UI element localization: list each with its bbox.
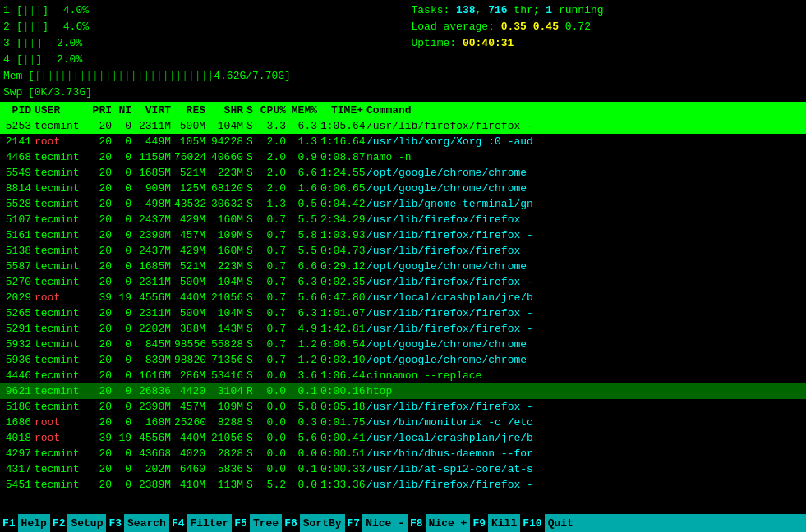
- shr: 160M: [209, 245, 246, 257]
- table-row[interactable]: 2141 root 20 0 449M 105M 94228 S 2.0 1.3…: [0, 134, 806, 149]
- state: S: [246, 260, 258, 273]
- pid: 9621: [3, 385, 35, 397]
- table-row[interactable]: 5451 tecmint 20 0 2389M 410M 113M S 5.2 …: [0, 477, 806, 493]
- header-cpu: CPU%: [258, 104, 289, 117]
- ni: 0: [115, 401, 135, 413]
- table-row[interactable]: 4317 tecmint 20 0 202M 6460 5836 S 0.0 0…: [0, 461, 806, 477]
- ni: 0: [115, 120, 135, 132]
- ni: 0: [115, 260, 135, 273]
- footer-item-nice -[interactable]: F7Nice -: [345, 514, 408, 532]
- footer-item-tree[interactable]: F5Tree: [232, 514, 282, 532]
- command: /usr/bin/dbus-daemon --for: [366, 447, 803, 460]
- table-row[interactable]: 5107 tecmint 20 0 2437M 429M 160M S 0.7 …: [0, 212, 806, 227]
- footer-key: F5: [232, 514, 250, 532]
- cpu: 0.0: [258, 385, 289, 397]
- user: tecmint: [35, 338, 92, 351]
- pid: 5107: [3, 213, 35, 226]
- shr: 94228: [209, 135, 246, 148]
- command: /usr/lib/firefox/firefox: [366, 213, 803, 226]
- footer-item-search[interactable]: F3Search: [106, 514, 168, 532]
- table-row[interactable]: 4468 tecmint 20 0 1159M 76024 40660 S 2.…: [0, 149, 806, 165]
- virt: 202M: [135, 463, 174, 475]
- footer-item-nice +[interactable]: F8Nice +: [408, 514, 470, 532]
- table-row[interactable]: 5528 tecmint 20 0 498M 43532 30632 S 1.3…: [0, 196, 806, 212]
- footer-label: Nice +: [426, 514, 471, 532]
- state: S: [246, 369, 258, 382]
- pid: 8814: [3, 182, 35, 195]
- shr: 5836: [209, 463, 246, 475]
- footer-item-kill[interactable]: F9Kill: [470, 514, 520, 532]
- res: 521M: [174, 260, 209, 273]
- ni: 0: [115, 479, 135, 491]
- footer-item-sortby[interactable]: F6SortBy: [282, 514, 344, 532]
- cpu: 0.7: [258, 323, 289, 335]
- time: 0:02.35: [320, 276, 366, 288]
- ni: 0: [115, 416, 135, 429]
- res: 125M: [174, 182, 209, 195]
- user: tecmint: [35, 401, 92, 413]
- command: /opt/google/chrome/chrome: [366, 338, 803, 351]
- cpu: 0.7: [258, 276, 289, 288]
- table-row[interactable]: 1686 root 20 0 168M 25260 8288 S 0.0 0.3…: [0, 415, 806, 430]
- table-row[interactable]: 5587 tecmint 20 0 1685M 521M 223M S 0.7 …: [0, 259, 806, 274]
- command: htop: [366, 385, 803, 397]
- table-row[interactable]: 5253 tecmint 20 0 2311M 500M 104M S 3.3 …: [0, 118, 806, 134]
- table-row[interactable]: 4297 tecmint 20 0 43668 4020 2828 S 0.0 …: [0, 446, 806, 461]
- virt: 449M: [135, 135, 174, 148]
- pid: 1686: [3, 416, 35, 429]
- pri: 20: [92, 198, 115, 210]
- res: 410M: [174, 479, 209, 491]
- ni: 0: [115, 182, 135, 195]
- state: S: [246, 276, 258, 288]
- user: tecmint: [35, 463, 92, 475]
- footer-item-filter[interactable]: F4Filter: [169, 514, 232, 532]
- table-row[interactable]: 2029 root 39 19 4556M 440M 21056 S 0.7 5…: [0, 290, 806, 305]
- pid: 4468: [3, 151, 35, 163]
- state: S: [246, 432, 258, 444]
- res: 76024: [174, 151, 209, 163]
- virt: 2437M: [135, 245, 174, 257]
- mem: 1.2: [289, 354, 320, 366]
- table-row[interactable]: 5291 tecmint 20 0 2202M 388M 143M S 0.7 …: [0, 321, 806, 337]
- mem: 0.0: [289, 447, 320, 460]
- ni: 19: [115, 291, 135, 304]
- table-row[interactable]: 4018 root 39 19 4556M 440M 21056 S 0.0 5…: [0, 430, 806, 446]
- cpu: 0.0: [258, 463, 289, 475]
- table-row[interactable]: 5932 tecmint 20 0 845M 98556 55828 S 0.7…: [0, 337, 806, 352]
- table-row[interactable]: 5180 tecmint 20 0 2390M 457M 109M S 0.0 …: [0, 399, 806, 415]
- table-row[interactable]: 5936 tecmint 20 0 839M 98820 71356 S 0.7…: [0, 352, 806, 368]
- pri: 20: [92, 182, 115, 195]
- time: 0:04.73: [320, 245, 366, 257]
- ni: 0: [115, 447, 135, 460]
- res: 25260: [174, 416, 209, 429]
- time: 0:00.41: [320, 432, 366, 444]
- cpu: 0.7: [258, 260, 289, 273]
- stats-section: Tasks: 138 , 716 thr; 1 running Load ave…: [395, 2, 804, 100]
- footer-item-help[interactable]: F1Help: [0, 514, 50, 532]
- user: tecmint: [35, 198, 92, 210]
- time: 0:08.87: [320, 151, 366, 163]
- table-row[interactable]: 5161 tecmint 20 0 2390M 457M 109M S 0.7 …: [0, 227, 806, 243]
- mem: 5.6: [289, 291, 320, 304]
- virt: 2311M: [135, 307, 174, 319]
- table-row[interactable]: 8814 tecmint 20 0 909M 125M 68120 S 2.0 …: [0, 181, 806, 196]
- time: 1:03.93: [320, 229, 366, 241]
- user: tecmint: [35, 245, 92, 257]
- virt: 909M: [135, 182, 174, 195]
- table-row[interactable]: 5138 tecmint 20 0 2437M 429M 160M S 0.7 …: [0, 243, 806, 259]
- table-row[interactable]: 5265 tecmint 20 0 2311M 500M 104M S 0.7 …: [0, 305, 806, 321]
- top-section: 1[|||]4.0%2[|||]4.6%3[||]2.0%4[||]2.0% M…: [0, 0, 806, 102]
- time: 1:24.55: [320, 167, 366, 179]
- table-row[interactable]: 9621 tecmint 20 0 26836 4420 3104 R 0.0 …: [0, 383, 806, 399]
- time: 0:06.65: [320, 182, 366, 195]
- table-row[interactable]: 5549 tecmint 20 0 1685M 521M 223M S 2.0 …: [0, 165, 806, 181]
- footer-item-setup[interactable]: F2Setup: [50, 514, 107, 532]
- table-row[interactable]: 4446 tecmint 20 0 1616M 286M 53416 S 0.0…: [0, 368, 806, 383]
- header-shr: SHR: [209, 104, 246, 117]
- table-row[interactable]: 5270 tecmint 20 0 2311M 500M 104M S 0.7 …: [0, 274, 806, 290]
- load-line: Load average: 0.35 0.45 0.72: [412, 18, 804, 34]
- footer-item-quit[interactable]: F10Quit: [520, 514, 577, 532]
- cpu: 0.0: [258, 416, 289, 429]
- cpu-section: 1[|||]4.0%2[|||]4.6%3[||]2.0%4[||]2.0% M…: [3, 2, 395, 100]
- ni: 0: [115, 245, 135, 257]
